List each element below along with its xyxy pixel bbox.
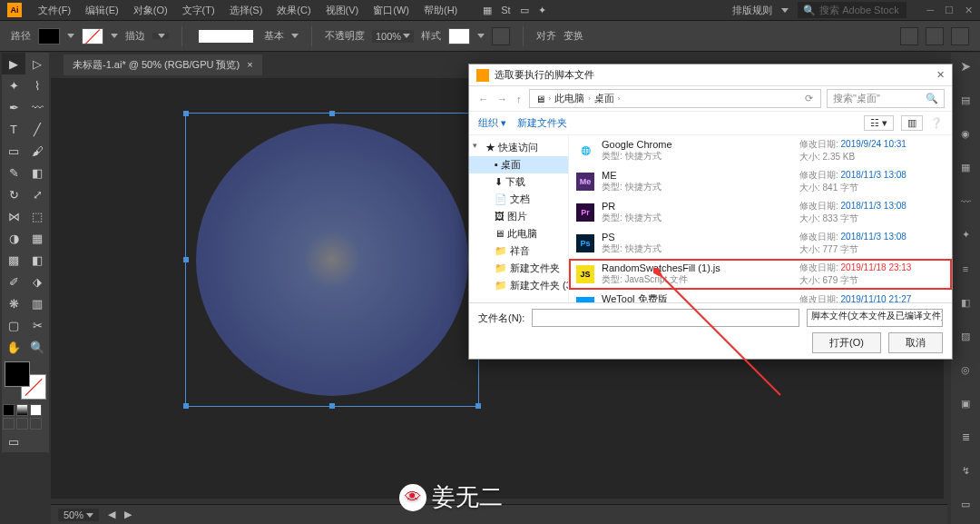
chevron-down-icon[interactable] [291, 34, 299, 38]
panel-transparency-icon[interactable]: ▨ [951, 322, 980, 351]
menu-edit[interactable]: 编辑(E) [78, 4, 126, 17]
rotate-tool[interactable]: ↻ [2, 183, 25, 205]
graph-tool[interactable]: ▥ [25, 292, 49, 314]
nav-prev-icon[interactable]: ◀ [108, 509, 115, 520]
tree-quick-access[interactable]: ▾★ 快速访问 [469, 139, 568, 156]
shape-builder-tool[interactable]: ◑ [2, 227, 25, 249]
lasso-tool[interactable]: ⌇ [25, 74, 49, 96]
panel-gradient-icon[interactable]: ◧ [951, 289, 980, 317]
blend-tool[interactable]: ⬗ [25, 271, 49, 292]
free-transform-tool[interactable]: ⬚ [25, 205, 49, 227]
panel-color-icon[interactable]: ◉ [951, 120, 980, 148]
artboard-tool[interactable]: ▢ [2, 314, 25, 336]
menu-view[interactable]: 视图(V) [318, 4, 367, 17]
panel-layers-icon[interactable]: ≣ [951, 423, 980, 451]
file-row[interactable]: 🌐Google Chrome类型: 快捷方式修改日期: 2019/9/24 10… [569, 135, 952, 166]
curvature-tool[interactable]: 〰 [25, 96, 49, 118]
symbol-sprayer-tool[interactable]: ❋ [2, 292, 25, 314]
menu-effect[interactable]: 效果(C) [270, 4, 318, 17]
cancel-button[interactable]: 取消 [888, 332, 943, 353]
panel-stroke-icon[interactable]: ≡ [951, 254, 980, 282]
slice-tool[interactable]: ✂ [25, 314, 49, 336]
stroke-weight[interactable] [152, 33, 169, 39]
file-row[interactable]: MeME类型: 快捷方式修改日期: 2018/11/3 13:08大小: 841… [569, 166, 952, 197]
stroke-preview[interactable] [199, 30, 253, 43]
tree-folder[interactable]: 📁 新建文件夹 [469, 260, 568, 277]
file-row[interactable]: PsPS类型: 快捷方式修改日期: 2018/11/3 13:08大小: 777… [569, 228, 952, 259]
organize-button[interactable]: 组织 ▾ [478, 116, 506, 130]
maximize-icon[interactable]: ☐ [945, 5, 954, 16]
nav-back-icon[interactable]: ← [476, 94, 490, 104]
color-mode-none[interactable] [30, 404, 42, 416]
help-icon[interactable]: ❔ [930, 117, 943, 129]
style-btn[interactable] [492, 27, 510, 45]
tree-pictures[interactable]: 🖼 图片 [469, 208, 568, 225]
minimize-icon[interactable]: ─ [926, 5, 934, 16]
color-mode-solid[interactable] [3, 404, 15, 416]
menu-window[interactable]: 窗口(W) [366, 4, 416, 17]
panel-graphic-styles-icon[interactable]: ▣ [951, 390, 980, 418]
layout-label[interactable]: 排版规则 [732, 4, 772, 17]
opacity-value[interactable]: 100% [372, 30, 414, 43]
open-button[interactable]: 打开(O) [812, 332, 881, 353]
gradient-tool[interactable]: ◧ [25, 249, 49, 271]
width-tool[interactable]: ⋈ [2, 205, 25, 227]
menu-select[interactable]: 选择(S) [222, 4, 270, 17]
dialog-search[interactable]: 搜索"桌面" 🔍 [827, 89, 945, 108]
breadcrumb-seg[interactable]: 此电脑 [554, 92, 584, 105]
shaper-tool[interactable]: ✎ [2, 162, 25, 183]
panel-icon-1[interactable] [900, 27, 918, 45]
chevron-down-icon[interactable] [111, 34, 118, 38]
file-row[interactable]: PrPR类型: 快捷方式修改日期: 2018/11/3 13:08大小: 833… [569, 197, 952, 228]
close-icon[interactable]: ✕ [965, 5, 973, 16]
nav-up-icon[interactable]: ↑ [514, 94, 524, 104]
color-mode-gradient[interactable] [16, 404, 28, 416]
tree-onedrive[interactable]: ▸☁ OneDrive [469, 300, 568, 302]
draw-inside[interactable] [30, 418, 42, 430]
perspective-tool[interactable]: ▦ [25, 227, 49, 249]
close-icon[interactable]: × [247, 59, 252, 70]
line-tool[interactable]: ╱ [25, 118, 49, 140]
selection-tool[interactable]: ▶ [2, 53, 25, 74]
panel-symbols-icon[interactable]: ✦ [951, 221, 980, 249]
newfolder-button[interactable]: 新建文件夹 [517, 116, 567, 130]
menu-file[interactable]: 文件(F) [31, 4, 78, 17]
file-row[interactable]: ⚙WeTool 免费版类型: 快捷方式修改日期: 2019/11/10 21:2… [569, 290, 952, 302]
panel-artboards-icon[interactable]: ▭ [951, 490, 980, 519]
panel-icon-3[interactable] [951, 27, 969, 45]
rectangle-tool[interactable]: ▭ [2, 140, 25, 162]
panel-appearance-icon[interactable]: ◎ [951, 356, 980, 384]
menu-object[interactable]: 对象(O) [126, 4, 175, 17]
refresh-icon[interactable]: ⟳ [803, 93, 815, 104]
panel-properties-icon[interactable]: ▤ [951, 86, 980, 114]
type-tool[interactable]: T [2, 118, 25, 140]
tree-thispc[interactable]: 🖥 此电脑 [469, 225, 568, 242]
panel-collapse-icon[interactable]: ⮞ [951, 53, 980, 81]
eraser-tool[interactable]: ◧ [25, 162, 49, 183]
bridge-icon[interactable]: ▦ [483, 5, 492, 16]
gpu-icon[interactable]: ✦ [538, 5, 546, 16]
panel-brushes-icon[interactable]: 〰 [951, 187, 980, 215]
chevron-down-icon[interactable] [781, 8, 789, 13]
chevron-down-icon[interactable] [67, 34, 74, 38]
panel-swatches-icon[interactable]: ▦ [951, 153, 980, 182]
view-mode-button[interactable]: ☷ ▾ [864, 115, 894, 131]
fill-swatch[interactable] [38, 28, 60, 44]
zoom-tool[interactable]: 🔍 [25, 336, 49, 358]
preview-pane-button[interactable]: ▥ [901, 115, 923, 131]
nav-next-icon[interactable]: ▶ [124, 509, 132, 520]
stock-search[interactable]: 🔍 搜索 Adobe Stock [798, 2, 906, 18]
fg-color[interactable] [5, 361, 30, 387]
pen-tool[interactable]: ✒ [2, 96, 25, 118]
style-swatch[interactable] [448, 28, 470, 44]
menu-type[interactable]: 文字(T) [175, 4, 222, 17]
tree-downloads[interactable]: ⬇ 下载 [469, 173, 568, 191]
direct-selection-tool[interactable]: ▷ [25, 53, 49, 74]
stroke-swatch[interactable] [82, 28, 103, 44]
tree-folder[interactable]: 📁 祥音 [469, 242, 568, 260]
tree-desktop[interactable]: ▪ 桌面 [469, 156, 568, 173]
filetype-filter[interactable]: 脚本文件(文本文件及已编译文件) [807, 309, 943, 327]
file-row[interactable]: JSRandomSwatchesFill (1).js类型: JavaScrip… [569, 259, 952, 290]
arrange-icon[interactable]: ▭ [520, 5, 529, 16]
draw-normal[interactable] [3, 418, 15, 430]
